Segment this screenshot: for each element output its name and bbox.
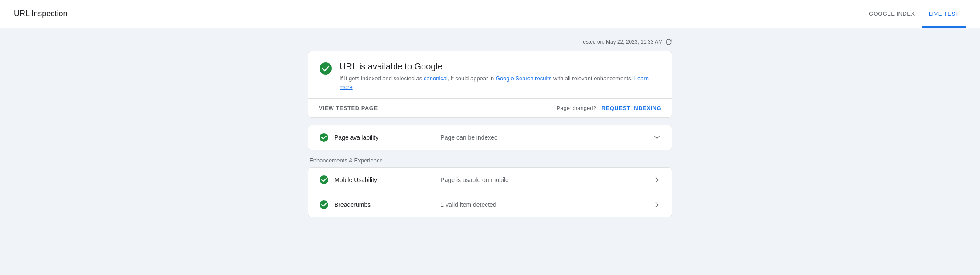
breadcrumbs-check-icon <box>319 199 329 210</box>
page-availability-value: Page can be indexed <box>440 134 653 141</box>
page-availability-card: Page availability Page can be indexed <box>308 125 672 150</box>
card-actions: VIEW TESTED PAGE Page changed? REQUEST I… <box>308 98 672 117</box>
request-indexing-section: Page changed? REQUEST INDEXING <box>557 105 661 111</box>
url-status-card: URL is available to Google If it gets in… <box>308 51 672 118</box>
enhancements-section-label: Enhancements & Experience <box>308 157 672 164</box>
page-availability-check-icon <box>319 132 329 143</box>
svg-point-2 <box>320 175 328 184</box>
refresh-icon[interactable] <box>665 38 672 45</box>
page-availability-chevron-icon <box>653 133 661 142</box>
mobile-usability-row[interactable]: Mobile Usability Page is usable on mobil… <box>308 168 672 192</box>
header: URL Inspection GOOGLE INDEX LIVE TEST <box>0 0 980 28</box>
url-status-section: URL is available to Google If it gets in… <box>308 51 672 91</box>
main-content: Tested on: May 22, 2023, 11:33 AM URL is… <box>294 28 686 235</box>
url-status-title: URL is available to Google <box>340 62 661 72</box>
svg-point-3 <box>320 200 328 209</box>
tab-live-test[interactable]: LIVE TEST <box>922 0 966 28</box>
header-tabs: GOOGLE INDEX LIVE TEST <box>862 0 966 28</box>
page-title: URL Inspection <box>14 9 67 18</box>
page-availability-row[interactable]: Page availability Page can be indexed <box>308 125 672 150</box>
url-status-text-block: URL is available to Google If it gets in… <box>340 62 661 91</box>
page-availability-label: Page availability <box>334 134 440 141</box>
mobile-usability-check-icon <box>319 175 329 185</box>
success-check-icon <box>319 62 333 76</box>
breadcrumbs-label: Breadcrumbs <box>334 201 440 208</box>
view-tested-page-button[interactable]: VIEW TESTED PAGE <box>319 105 378 111</box>
mobile-usability-label: Mobile Usability <box>334 176 440 183</box>
breadcrumbs-value: 1 valid item detected <box>440 201 653 208</box>
tested-on-bar: Tested on: May 22, 2023, 11:33 AM <box>308 38 672 45</box>
mobile-usability-value: Page is usable on mobile <box>440 176 653 183</box>
google-search-link[interactable]: Google Search results <box>496 75 552 82</box>
enhancements-card: Mobile Usability Page is usable on mobil… <box>308 167 672 217</box>
svg-point-0 <box>320 62 332 75</box>
breadcrumbs-chevron-icon <box>653 200 661 209</box>
canonical-link[interactable]: canonical <box>424 75 448 82</box>
request-indexing-button[interactable]: REQUEST INDEXING <box>602 105 661 111</box>
tested-on-text: Tested on: May 22, 2023, 11:33 AM <box>580 39 663 45</box>
page-changed-text: Page changed? <box>557 105 596 111</box>
mobile-usability-chevron-icon <box>653 175 661 184</box>
url-status-description: If it gets indexed and selected as canon… <box>340 74 661 91</box>
svg-point-1 <box>320 133 328 142</box>
tab-google-index[interactable]: GOOGLE INDEX <box>862 0 922 28</box>
url-status-header: URL is available to Google If it gets in… <box>319 62 661 91</box>
breadcrumbs-row[interactable]: Breadcrumbs 1 valid item detected <box>308 192 672 217</box>
